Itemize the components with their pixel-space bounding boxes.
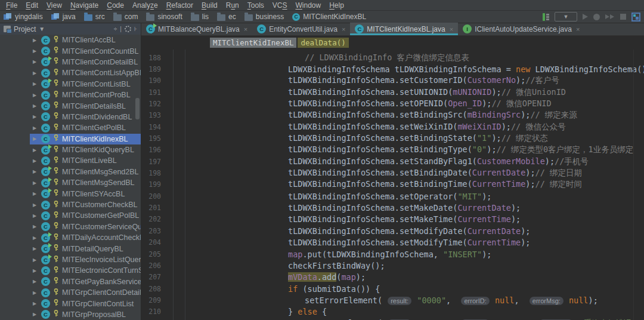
menu-build[interactable]: Build: [199, 1, 223, 10]
expand-arrow-icon[interactable]: ▶: [33, 312, 38, 317]
expand-arrow-icon[interactable]: ▶: [33, 136, 38, 141]
expand-arrow-icon[interactable]: ▶: [33, 257, 38, 263]
project-view-dropdown-icon[interactable]: ▼: [39, 26, 45, 32]
stop-button[interactable]: [620, 14, 626, 20]
breadcrumb-item-yingdalis[interactable]: yingdalis: [4, 13, 43, 21]
breadcrumb-item-business[interactable]: business: [244, 13, 284, 21]
tree-item-MITGetPayBankService[interactable]: ▶CMITGetPayBankService: [0, 276, 141, 287]
expand-arrow-icon[interactable]: ▶: [33, 224, 38, 229]
code-line[interactable]: 196tLDWXBindingInfoSchema.setBindingType…: [141, 144, 644, 156]
close-icon[interactable]: ×: [576, 26, 580, 33]
expand-arrow-icon[interactable]: ▶: [33, 191, 38, 196]
tree-item-MITClientDividendBL[interactable]: ▶CMITClientDividendBL: [0, 112, 141, 122]
tree-item-MITClientContProBL[interactable]: ▶CMITClientContProBL: [0, 90, 141, 100]
tree-item-MITElectronicContTurnServ[interactable]: ▶CMITElectronicContTurnServ: [0, 265, 141, 276]
code-line[interactable]: 199tLDWXBindingInfoSchema.setBindingTime…: [141, 179, 644, 190]
code-line[interactable]: 208if (submitData()) {: [141, 283, 644, 294]
tree-item-MITClientAccBL[interactable]: ▶CMITClientAccBL: [0, 35, 141, 45]
code-line[interactable]: 205map.put(tLDWXBindingInfoSchema, "INSE…: [141, 248, 644, 260]
expand-arrow-icon[interactable]: ▶: [33, 268, 38, 273]
locate-file-icon[interactable]: ÷: [114, 26, 117, 32]
menu-vcs[interactable]: VCS: [270, 1, 293, 10]
menu-tools[interactable]: Tools: [244, 1, 270, 10]
code-line[interactable]: 198tLDWXBindingInfoSchema.setBindingDate…: [141, 167, 644, 179]
breadcrumb-item-ec[interactable]: ec: [217, 13, 236, 21]
expand-arrow-icon[interactable]: ▶: [33, 301, 38, 306]
tree-item-MITClientLiveBL[interactable]: ▶CMITClientLiveBL: [0, 155, 141, 166]
tree-item-MITDailyAccountCheckBL[interactable]: ▶CMITDailyAccountCheckBL: [0, 232, 141, 243]
resume-button[interactable]: [605, 14, 615, 19]
expand-arrow-icon[interactable]: ▶: [33, 59, 38, 64]
expand-arrow-icon[interactable]: ▶: [33, 290, 38, 296]
expand-arrow-icon[interactable]: ▶: [33, 213, 38, 219]
tree-item-MITCustomerGetPolBL[interactable]: ▶CMITCustomerGetPolBL: [0, 210, 141, 221]
menu-analyze[interactable]: Analyze: [129, 1, 163, 10]
code-line[interactable]: 210} else {: [141, 306, 644, 318]
breadcrumb-item-mitclientkidinexbl[interactable]: CMITClientKidInexBL: [292, 13, 366, 21]
menu-help[interactable]: Help: [326, 1, 349, 10]
code-line[interactable]: 209setErrorElement( result: "0000", erro…: [141, 294, 644, 306]
menu-view[interactable]: View: [44, 1, 67, 10]
hide-panel-icon[interactable]: ⊦: [134, 26, 137, 32]
expand-arrow-icon[interactable]: ▶: [33, 202, 38, 208]
code-line[interactable]: 195tLDWXBindingInfoSchema.setBindingStat…: [141, 133, 644, 144]
code-line[interactable]: 193tLDWXBindingInfoSchema.setBindingSrc(…: [141, 110, 644, 121]
tree-item-MITCustomerServiceQueryl[interactable]: ▶CMITCustomerServiceQueryl: [0, 221, 141, 232]
code-line[interactable]: 202tLDWXBindingInfoSchema.setMakeTime(Cu…: [141, 214, 644, 225]
close-icon[interactable]: ×: [342, 26, 345, 33]
tree-item-MITClientGetPolBL[interactable]: ▶CMITClientGetPolBL: [0, 122, 141, 133]
expand-arrow-icon[interactable]: ▶: [33, 81, 38, 87]
context-method-chip[interactable]: dealData(): [298, 38, 348, 48]
tree-item-MITGrpClientContDetailBL[interactable]: ▶CMITGrpClientContDetailBL: [0, 287, 141, 298]
expand-arrow-icon[interactable]: ▶: [33, 38, 38, 43]
menu-refactor[interactable]: Refactor: [163, 1, 199, 10]
expand-arrow-icon[interactable]: ▶: [33, 246, 38, 251]
expand-arrow-icon[interactable]: ▶: [33, 169, 38, 174]
code-line[interactable]: 204tLDWXBindingInfoSchema.setModifyTime(…: [141, 237, 644, 248]
tree-item-MITClientContCountBL[interactable]: ▶CMITClientContCountBL: [0, 45, 141, 56]
expand-arrow-icon[interactable]: ▶: [33, 70, 38, 76]
code-line[interactable]: 201tLDWXBindingInfoSchema.setMakeDate(Cu…: [141, 202, 644, 213]
breadcrumb-item-src[interactable]: src: [84, 13, 105, 21]
menu-edit[interactable]: Edit: [23, 1, 44, 10]
code-line[interactable]: 207mVData.add(map);: [141, 272, 644, 283]
tree-item-MITDetailQueryBL[interactable]: ▶CMITDetailQueryBL: [0, 243, 141, 254]
breadcrumb-item-sinosoft[interactable]: sinosoft: [146, 13, 182, 21]
tree-item-MITGrpClientContList[interactable]: ▶CMITGrpClientContList: [0, 298, 141, 309]
menu-file[interactable]: File: [3, 1, 23, 10]
expand-arrow-icon[interactable]: ▶: [33, 279, 38, 284]
expand-arrow-icon[interactable]: ▶: [33, 48, 38, 54]
tree-item-MITClientContListBL[interactable]: ▶CMITClientContListBL: [0, 79, 141, 90]
close-icon[interactable]: ×: [450, 26, 453, 33]
tab-EntityConvertUtil.java[interactable]: CEntityConvertUtil.java×: [252, 23, 350, 35]
breadcrumb-item-com[interactable]: com: [113, 13, 138, 21]
tree-item-MITCustomerCheckBL[interactable]: ▶CMITCustomerCheckBL: [0, 199, 141, 210]
debug-button[interactable]: [593, 14, 600, 20]
tree-item-MITGrpProposalBL[interactable]: ▶CMITGrpProposalBL: [0, 309, 141, 320]
code-line[interactable]: 211setErrorElement( result: "0001", erro…: [141, 318, 644, 320]
window-grid-icon[interactable]: [631, 13, 640, 21]
tree-item-MITClientMsgSendBL[interactable]: ▶CMITClientMsgSendBL: [0, 177, 141, 188]
project-panel-header[interactable]: Project ▼ ÷ | ⊦: [0, 23, 141, 35]
menu-code[interactable]: Code: [104, 1, 129, 10]
tree-item-MITClientSYAccBL[interactable]: ▶CMITClientSYAccBL: [0, 188, 141, 199]
tree-item-MITClientMsgSend2BL[interactable]: ▶CMITClientMsgSend2BL: [0, 167, 141, 177]
tree-item-MITClientContDetailBL[interactable]: ▶CMITClientContDetailBL: [0, 57, 141, 67]
menu-navigate[interactable]: Navigate: [67, 1, 104, 10]
menu-window[interactable]: Window: [292, 1, 326, 10]
expand-arrow-icon[interactable]: ▶: [33, 147, 38, 153]
expand-arrow-icon[interactable]: ▶: [33, 114, 38, 119]
menu-run[interactable]: Run: [223, 1, 244, 10]
run-button[interactable]: [583, 14, 588, 20]
code-editor[interactable]: 188// LDWXBindingInfo 客户微信绑定信息表189LDWXBi…: [141, 50, 644, 320]
gear-icon[interactable]: [125, 26, 131, 32]
expand-arrow-icon[interactable]: ▶: [33, 235, 38, 241]
tree-item-MITClientKidQueryBL[interactable]: ▶CMITClientKidQueryBL: [0, 144, 141, 155]
tree-item-MITClientKidInexBL[interactable]: ▶CMITClientKidInexBL: [0, 134, 141, 144]
breadcrumb-item-lis[interactable]: lis: [191, 13, 209, 21]
code-line[interactable]: 203tLDWXBindingInfoSchema.setModifyDate(…: [141, 225, 644, 236]
tree-item-MITClientContListAppBL[interactable]: ▶CMITClientContListAppBL: [0, 67, 141, 78]
project-scrollbar[interactable]: [135, 98, 140, 119]
expand-arrow-icon[interactable]: ▶: [33, 158, 38, 164]
code-line[interactable]: 194tLDWXBindingInfoSchema.setWeiXinID(mW…: [141, 121, 644, 133]
